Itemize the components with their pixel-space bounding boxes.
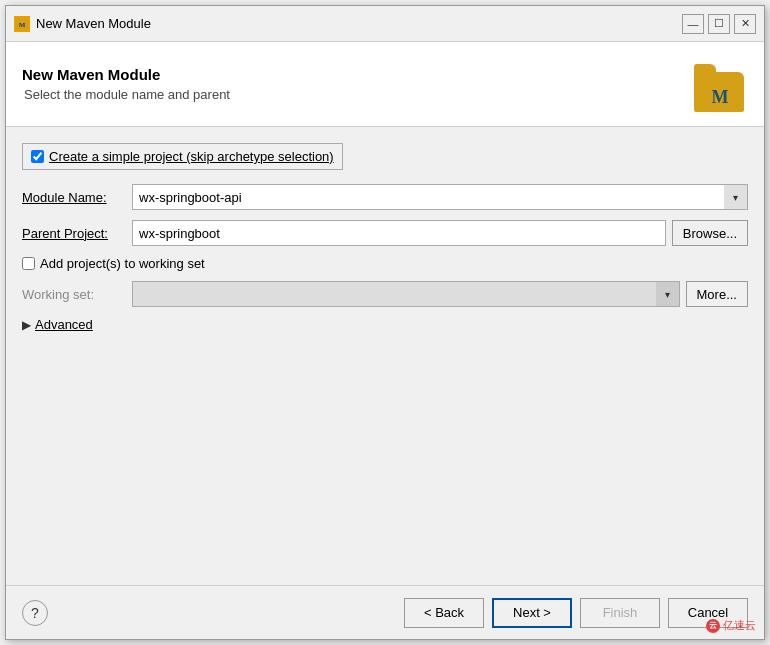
watermark: 云 亿速云 <box>706 618 756 633</box>
footer-buttons: < Back Next > Finish Cancel <box>404 598 748 628</box>
app-icon: M <box>14 16 30 32</box>
back-button[interactable]: < Back <box>404 598 484 628</box>
title-bar: M New Maven Module — ☐ ✕ <box>6 6 764 42</box>
simple-project-text: Create a simple project (skip archetype … <box>49 149 334 164</box>
working-set-wrapper: ▾ <box>132 281 680 307</box>
dialog-footer: ? < Back Next > Finish Cancel 云 亿速云 <box>6 585 764 639</box>
working-set-checkbox-label: Add project(s) to working set <box>40 256 205 271</box>
module-name-row: Module Name: ▾ <box>22 184 748 210</box>
module-name-dropdown-arrow[interactable]: ▾ <box>724 184 748 210</box>
parent-project-row: Parent Project: Browse... <box>22 220 748 246</box>
module-name-label: Module Name: <box>22 190 132 205</box>
title-bar-controls: — ☐ ✕ <box>682 14 756 34</box>
help-button[interactable]: ? <box>22 600 48 626</box>
maven-m-icon: M <box>712 87 729 108</box>
header-logo: M <box>692 56 748 112</box>
working-set-row: Working set: ▾ More... <box>22 281 748 307</box>
browse-button[interactable]: Browse... <box>672 220 748 246</box>
dialog-header: New Maven Module Select the module name … <box>6 42 764 127</box>
working-set-checkbox[interactable] <box>22 257 35 270</box>
watermark-logo-icon: 云 <box>706 619 720 633</box>
close-button[interactable]: ✕ <box>734 14 756 34</box>
simple-project-label[interactable]: Create a simple project (skip archetype … <box>22 143 343 170</box>
parent-project-label: Parent Project: <box>22 226 132 241</box>
header-title: New Maven Module <box>22 66 230 83</box>
working-set-field-label: Working set: <box>22 287 132 302</box>
svg-text:M: M <box>19 21 26 29</box>
more-button[interactable]: More... <box>686 281 748 307</box>
parent-project-input[interactable] <box>132 220 666 246</box>
advanced-label: Advanced <box>35 317 93 332</box>
working-set-input <box>132 281 680 307</box>
working-set-dropdown-arrow: ▾ <box>656 281 680 307</box>
dialog-window: M New Maven Module — ☐ ✕ New Maven Modul… <box>5 5 765 640</box>
finish-button[interactable]: Finish <box>580 598 660 628</box>
module-name-wrapper: ▾ <box>132 184 748 210</box>
footer-left: ? <box>22 600 48 626</box>
watermark-text: 亿速云 <box>723 618 756 633</box>
next-button[interactable]: Next > <box>492 598 572 628</box>
simple-project-row: Create a simple project (skip archetype … <box>22 143 748 170</box>
dialog-content: Create a simple project (skip archetype … <box>6 127 764 585</box>
working-set-label[interactable]: Add project(s) to working set <box>22 256 205 271</box>
minimize-button[interactable]: — <box>682 14 704 34</box>
title-bar-label: New Maven Module <box>36 16 682 31</box>
maximize-button[interactable]: ☐ <box>708 14 730 34</box>
advanced-section[interactable]: ▶ Advanced <box>22 317 748 332</box>
header-subtitle: Select the module name and parent <box>22 87 230 102</box>
simple-project-checkbox[interactable] <box>31 150 44 163</box>
module-name-input[interactable] <box>132 184 748 210</box>
working-set-checkbox-row: Add project(s) to working set <box>22 256 748 271</box>
header-text: New Maven Module Select the module name … <box>22 66 230 102</box>
advanced-expand-icon: ▶ <box>22 318 31 332</box>
